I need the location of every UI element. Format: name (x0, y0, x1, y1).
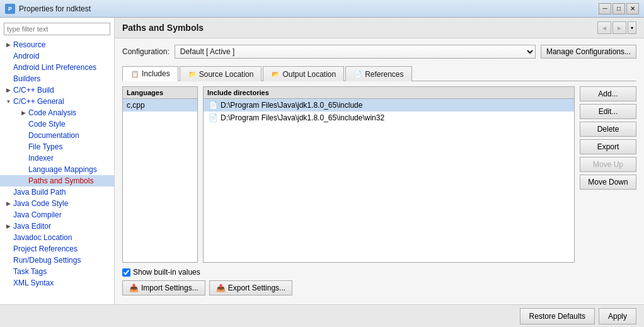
source-location-tab-icon: 📁 (188, 70, 197, 79)
sidebar-item-cpp-general[interactable]: ▾C/C++ General (0, 96, 114, 107)
export-icon: 📤 (216, 284, 226, 292)
language-item-c-cpp[interactable]: c,cpp (123, 99, 197, 112)
sidebar-item-file-types[interactable]: File Types (0, 141, 114, 152)
sidebar-item-label: C/C++ Build (13, 86, 54, 95)
restore-defaults-button[interactable]: Restore Defaults (520, 308, 595, 324)
sidebar-item-task-tags[interactable]: Task Tags (0, 266, 114, 277)
include-path: D:\Program Files\Java\jdk1.8.0_65\includ… (221, 101, 362, 110)
sidebar: ▶Resource Android Android Lint Preferenc… (0, 18, 115, 304)
sidebar-item-label: Java Editor (13, 222, 51, 231)
source-location-tab-label: Source Location (199, 70, 254, 79)
nav-dropdown-button[interactable]: ▾ (628, 21, 636, 34)
expand-icon (5, 212, 11, 218)
export-settings-label: Export Settings... (228, 284, 285, 292)
include-path: D:\Program Files\Java\jdk1.8.0_65\includ… (221, 113, 384, 122)
output-location-tab-label: Output Location (282, 70, 336, 79)
export-settings-button[interactable]: 📤 Export Settings... (209, 280, 292, 295)
expand-icon: ▶ (5, 200, 11, 207)
sidebar-item-label: Indexer (28, 154, 54, 163)
expand-icon (20, 166, 26, 173)
folder-icon: 📄 (209, 113, 218, 122)
main-container: ▶Resource Android Android Lint Preferenc… (0, 18, 644, 327)
right-panel: Paths and Symbols ◄ ► ▾ Configuration: D… (115, 18, 644, 304)
import-settings-button[interactable]: 📥 Import Settings... (122, 280, 205, 295)
sidebar-item-java-build-path[interactable]: Java Build Path (0, 186, 114, 198)
sidebar-item-code-analysis[interactable]: ▶Code Analysis (0, 107, 114, 118)
import-settings-label: Import Settings... (141, 284, 198, 292)
languages-items: c,cpp (123, 99, 197, 112)
apply-button[interactable]: Apply (599, 308, 636, 324)
expand-icon (5, 257, 11, 263)
tab-references[interactable]: 📄References (345, 66, 411, 81)
includes-tab-icon: 📋 (130, 69, 139, 78)
expand-icon: ▾ (5, 98, 11, 105)
sidebar-item-language-mappings[interactable]: Language Mappings (0, 164, 114, 175)
maximize-button[interactable]: □ (612, 3, 625, 14)
sidebar-item-label: Android Lint Preferences (13, 63, 96, 72)
sidebar-item-android[interactable]: Android (0, 50, 114, 62)
expand-icon (5, 53, 11, 59)
sidebar-item-android-lint[interactable]: Android Lint Preferences (0, 62, 114, 73)
expand-icon (20, 155, 26, 161)
app-icon: P (5, 4, 15, 14)
expand-icon (5, 246, 11, 252)
sidebar-item-java-compiler[interactable]: Java Compiler (0, 209, 114, 221)
expand-icon (5, 234, 11, 241)
export-button[interactable]: Export (580, 139, 636, 154)
sidebar-item-label: Language Mappings (28, 165, 97, 174)
include-item-jdk-include[interactable]: 📄D:\Program Files\Java\jdk1.8.0_65\inclu… (204, 99, 574, 112)
sidebar-item-java-editor[interactable]: ▶Java Editor (0, 221, 114, 232)
includes-tab-label: Includes (142, 69, 170, 78)
expand-icon (20, 144, 26, 150)
sidebar-item-run-debug-settings[interactable]: Run/Debug Settings (0, 255, 114, 266)
tab-source-location[interactable]: 📁Source Location (180, 66, 262, 81)
sidebar-item-label: Code Analysis (28, 108, 76, 117)
expand-icon (5, 64, 11, 71)
window-title: Properties for ndktest (19, 4, 91, 13)
languages-table: Languages c,cpp (122, 86, 198, 263)
edit-button[interactable]: Edit... (580, 104, 636, 119)
sidebar-item-label: Java Code Style (13, 199, 68, 208)
delete-button[interactable]: Delete (580, 122, 636, 137)
nav-back-button[interactable]: ◄ (597, 21, 611, 34)
expand-icon (5, 76, 11, 82)
sidebar-item-label: XML Syntax (13, 278, 54, 287)
sidebar-item-label: Code Style (28, 120, 66, 129)
show-built-in-checkbox[interactable] (122, 268, 130, 277)
tab-bar: 📋Includes📁Source Location📂Output Locatio… (122, 66, 636, 81)
action-buttons: Add...Edit...DeleteExportMove UpMove Dow… (580, 86, 636, 263)
title-bar-left: P Properties for ndktest (5, 4, 91, 14)
sidebar-item-documentation[interactable]: Documentation (0, 130, 114, 141)
sidebar-item-label: Run/Debug Settings (13, 256, 81, 265)
minimize-button[interactable]: ─ (599, 3, 611, 14)
tree-container: ▶Resource Android Android Lint Preferenc… (0, 39, 114, 289)
tab-content: Languages c,cpp Include directories 📄D:\… (122, 86, 636, 263)
config-label: Configuration: (122, 47, 170, 56)
sidebar-item-code-style[interactable]: Code Style (0, 118, 114, 130)
sidebar-item-resource[interactable]: ▶Resource (0, 39, 114, 50)
sidebar-item-indexer[interactable]: Indexer (0, 152, 114, 164)
sidebar-item-paths-and-symbols[interactable]: Paths and Symbols (0, 175, 114, 186)
expand-icon (5, 280, 11, 286)
manage-configurations-button[interactable]: Manage Configurations... (541, 45, 636, 59)
expand-icon (20, 178, 26, 184)
move-down-button[interactable]: Move Down (580, 175, 636, 190)
sidebar-item-cpp-build[interactable]: ▶C/C++ Build (0, 84, 114, 96)
tab-includes[interactable]: 📋Includes (122, 66, 178, 81)
nav-forward-button[interactable]: ► (612, 21, 626, 34)
import-icon: 📥 (129, 284, 139, 292)
config-select[interactable]: Default [ Active ] (175, 45, 536, 59)
sidebar-item-xml-syntax[interactable]: XML Syntax (0, 277, 114, 289)
include-item-jdk-include-win32[interactable]: 📄D:\Program Files\Java\jdk1.8.0_65\inclu… (204, 112, 574, 124)
filter-input[interactable] (4, 23, 110, 35)
sidebar-item-project-references[interactable]: Project References (0, 243, 114, 255)
include-directories-table: Include directories 📄D:\Program Files\Ja… (203, 86, 575, 263)
sidebar-item-java-code-style[interactable]: ▶Java Code Style (0, 198, 114, 209)
bottom-row: Show built-in values (122, 268, 636, 277)
sidebar-item-javadoc-location[interactable]: Javadoc Location (0, 232, 114, 243)
expand-icon: ▶ (5, 42, 11, 48)
sidebar-item-builders[interactable]: Builders (0, 73, 114, 84)
add-button[interactable]: Add... (580, 86, 636, 101)
tab-output-location[interactable]: 📂Output Location (263, 66, 344, 81)
close-button[interactable]: ✕ (626, 3, 639, 14)
